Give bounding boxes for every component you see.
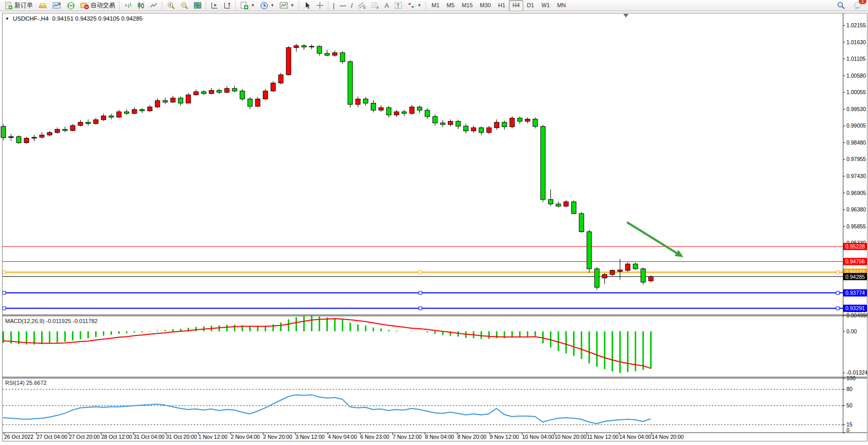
svg-text:6 Nov 23:00: 6 Nov 23:00 — [360, 434, 390, 440]
candle — [487, 128, 491, 132]
candle — [556, 204, 561, 206]
candle — [302, 46, 306, 47]
candle — [9, 137, 13, 138]
autotrading-button[interactable]: 自动交易 — [78, 0, 118, 12]
timeframe-m30-button[interactable]: M30 — [476, 0, 494, 11]
svg-text:0.95855: 0.95855 — [846, 223, 866, 229]
svg-text:T: T — [396, 3, 399, 9]
candle — [541, 127, 545, 200]
line-chart-button[interactable] — [147, 0, 160, 12]
rsi-indicator-label: RSI(14) 25.6672 — [5, 380, 47, 386]
toolbar-separator — [206, 2, 207, 10]
timeframe-mn-button[interactable]: MN — [553, 0, 569, 11]
search-icon — [837, 1, 845, 10]
new-chart-window-button[interactable] — [50, 0, 64, 12]
text-tool-button[interactable]: A — [382, 0, 392, 12]
svg-text:0.93774: 0.93774 — [845, 290, 865, 296]
timeframe-d1-button[interactable]: D1 — [523, 0, 538, 11]
macd-indicator-label: MACD(12,26,9) -0.011925 -0.011782 — [5, 318, 98, 324]
tile-windows-button[interactable] — [191, 0, 204, 12]
svg-text:1.00055: 1.00055 — [846, 89, 866, 95]
deposit-button[interactable] — [35, 0, 50, 12]
arrows-tool-button[interactable]: ▼ — [405, 0, 424, 12]
zoom-out-button[interactable] — [178, 0, 191, 12]
chevron-down-icon: ▼ — [417, 3, 421, 8]
cursor-icon — [304, 2, 311, 9]
candle — [386, 108, 391, 115]
toolbar-separator — [162, 2, 163, 10]
templates-button[interactable]: ▼ — [277, 0, 297, 12]
line-handle[interactable] — [836, 307, 839, 310]
horizontal-line-tool-button[interactable]: — — [337, 0, 348, 12]
chart-canvas[interactable]: 1.021551.016301.011051.005801.000550.995… — [0, 11, 868, 445]
new-chart-button[interactable]: ▼ — [238, 0, 257, 12]
periods-button[interactable]: ▼ — [257, 0, 277, 12]
crosshair-tool-button[interactable] — [313, 0, 326, 12]
fibonacci-tool-button[interactable]: F — [368, 0, 382, 12]
line-handle[interactable] — [836, 291, 839, 294]
candle — [124, 112, 129, 113]
new-chart-icon — [241, 2, 249, 9]
candle — [471, 128, 476, 131]
svg-text:0.96905: 0.96905 — [846, 190, 866, 196]
svg-text:2 Nov 20:00: 2 Nov 20:00 — [263, 434, 292, 440]
svg-text:1.01105: 1.01105 — [846, 56, 865, 62]
new-order-button[interactable]: 新订单 — [2, 0, 35, 12]
candlestick-chart-button[interactable] — [135, 0, 147, 12]
candle — [40, 135, 44, 137]
notifications-button[interactable]: 1 — [851, 0, 865, 12]
timeframe-h4-button[interactable]: H4 — [509, 0, 523, 11]
svg-text:0.94756: 0.94756 — [845, 258, 865, 264]
svg-text:14 Nov 20:00: 14 Nov 20:00 — [652, 434, 684, 440]
chart-window[interactable]: 1.021551.016301.011051.005801.000550.995… — [0, 11, 868, 445]
timeframe-group: M1M5M15M30H1H4D1W1MN — [428, 0, 569, 11]
chart-shift-icon — [211, 2, 218, 9]
chart-shift-button[interactable] — [208, 0, 221, 12]
chart-window-icon — [52, 2, 62, 9]
symbol-dropdown-icon[interactable]: ▼ — [5, 16, 9, 21]
tile-windows-icon — [194, 2, 201, 9]
timeframe-m5-button[interactable]: M5 — [443, 0, 458, 11]
line-handle[interactable] — [419, 307, 422, 310]
bar-chart-button[interactable] — [122, 0, 135, 12]
autotrading-icon — [80, 2, 89, 9]
line-handle[interactable] — [3, 291, 6, 294]
candle — [402, 112, 407, 113]
search-button[interactable] — [834, 0, 848, 12]
timeframe-w1-button[interactable]: W1 — [538, 0, 553, 11]
line-handle[interactable] — [419, 291, 422, 294]
timeframe-h1-button[interactable]: H1 — [494, 0, 509, 11]
timeframe-m15-button[interactable]: M15 — [458, 0, 476, 11]
vertical-line-tool-button[interactable]: | — [330, 0, 337, 12]
line-handle[interactable] — [836, 271, 839, 274]
candle — [86, 122, 90, 123]
text-label-tool-button[interactable]: T — [392, 0, 405, 12]
timeframe-m1-button[interactable]: M1 — [428, 0, 443, 11]
mt4-terminal: 新订单 自动交易 — [0, 0, 868, 445]
svg-text:E: E — [363, 6, 366, 9]
arrows-icon — [408, 2, 415, 9]
candle — [178, 98, 183, 103]
line-handle[interactable] — [419, 271, 422, 274]
auto-scroll-button[interactable] — [221, 0, 234, 12]
text-icon: A — [384, 2, 389, 9]
time-axis[interactable]: 26 Oct 202227 Oct 04:0027 Oct 20:0028 Oc… — [4, 433, 684, 440]
candle — [610, 271, 615, 275]
candle — [348, 62, 353, 104]
gold-icon — [38, 2, 47, 9]
trendline-tool-button[interactable]: / — [348, 0, 355, 12]
candle — [47, 133, 52, 135]
line-handle[interactable] — [3, 271, 6, 274]
zoom-in-icon — [167, 2, 175, 10]
line-handle[interactable] — [3, 307, 6, 310]
candle — [633, 264, 638, 269]
signals-button[interactable] — [64, 0, 78, 12]
cursor-tool-button[interactable] — [301, 0, 313, 12]
auto-scroll-icon — [224, 2, 231, 9]
svg-text:1.00580: 1.00580 — [846, 73, 866, 79]
channel-tool-button[interactable]: E — [355, 0, 368, 12]
candle — [625, 264, 630, 270]
toolbar: 新订单 自动交易 — [0, 0, 868, 11]
candle — [155, 101, 160, 107]
zoom-in-button[interactable] — [164, 0, 178, 12]
